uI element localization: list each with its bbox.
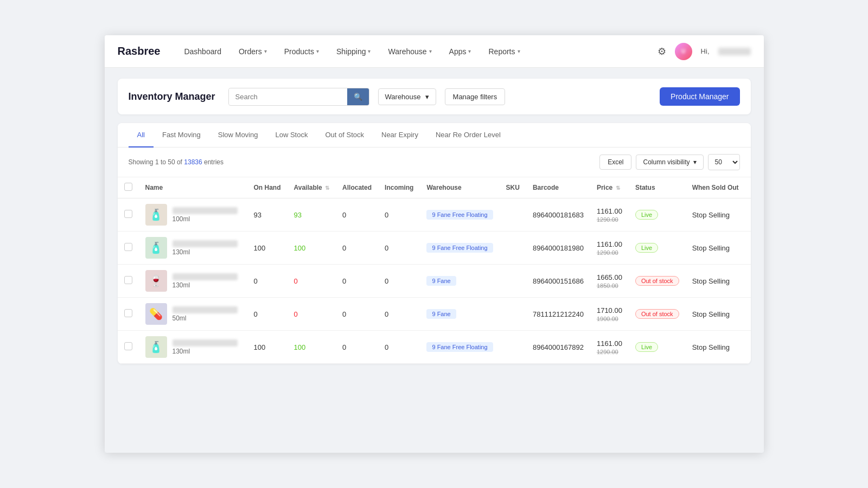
user-name — [718, 48, 751, 55]
nav-item-reports[interactable]: Reports ▾ — [482, 44, 526, 59]
table-controls: Showing 1 to 50 of 13836 entries Excel C… — [118, 147, 751, 177]
column-visibility-button[interactable]: Column visibility ▾ — [636, 155, 703, 170]
on-hand-cell: 0 — [247, 298, 288, 331]
page-title: Inventory Manager — [129, 91, 215, 102]
warehouse-dropdown[interactable]: Warehouse ▾ — [378, 88, 436, 105]
product-thumbnail: 🧴 — [145, 336, 167, 358]
table-body: 🧴 100ml 93 93 0 0 9 Fane Free Floating 8… — [118, 198, 751, 364]
nav-item-products[interactable]: Products ▾ — [278, 44, 326, 59]
row-checkbox[interactable] — [124, 243, 132, 251]
product-name-cell: 🍷 130ml — [139, 265, 247, 298]
excel-button[interactable]: Excel — [599, 155, 631, 170]
sort-icon: ⇅ — [325, 185, 329, 191]
nav-item-shipping[interactable]: Shipping ▾ — [330, 44, 378, 59]
row-checkbox[interactable] — [124, 276, 132, 284]
row-checkbox[interactable] — [124, 210, 132, 218]
available-cell: 93 — [288, 198, 336, 232]
when-sold-out-cell: Stop Selling — [686, 298, 745, 331]
select-all-checkbox[interactable] — [124, 183, 132, 191]
product-thumbnail: 💊 — [145, 303, 167, 325]
when-sold-out-cell: Stop Selling — [686, 198, 745, 232]
barcode-cell: 8964000181683 — [526, 198, 590, 232]
status-cell: Live — [629, 232, 686, 265]
nav-item-orders[interactable]: Orders ▾ — [232, 44, 273, 59]
price-original: 1850.00 — [597, 282, 622, 289]
nav-item-warehouse[interactable]: Warehouse ▾ — [381, 44, 438, 59]
price-info: 1665.00 1850.00 — [597, 273, 622, 289]
manage-filters-label: Manage filters — [453, 93, 497, 101]
status-cell: Out of stock — [629, 265, 686, 298]
vendor-cell: Plushr — [745, 265, 751, 298]
page-header: Inventory Manager 🔍 Warehouse ▾ Manage f… — [118, 79, 751, 114]
price-cell: 1161.00 1290.00 — [590, 198, 629, 232]
product-manager-button[interactable]: Product Manager — [660, 87, 739, 106]
incoming-cell: 0 — [378, 198, 420, 232]
tab-slow-moving[interactable]: Slow Moving — [209, 123, 267, 147]
tab-near-reorder[interactable]: Near Re Order Level — [427, 123, 509, 147]
allocated-cell: 0 — [336, 331, 378, 364]
chevron-down-icon: ▾ — [368, 48, 371, 54]
product-thumbnail: 🧴 — [145, 204, 167, 226]
tab-low-stock[interactable]: Low Stock — [266, 123, 316, 147]
th-incoming: Incoming — [378, 177, 420, 198]
tab-all[interactable]: All — [129, 123, 154, 147]
product-name-text: 130ml — [173, 273, 238, 289]
price-original: 1900.00 — [597, 316, 622, 322]
row-checkbox[interactable] — [124, 309, 132, 317]
nav-label-shipping: Shipping — [336, 47, 366, 56]
inventory-table: Name On Hand Available ⇅ Allocated — [118, 177, 751, 364]
nav-label-orders: Orders — [239, 47, 262, 56]
on-hand-cell: 93 — [247, 198, 288, 232]
price-original: 1290.00 — [597, 349, 622, 355]
allocated-cell: 0 — [336, 198, 378, 232]
warehouse-label: Warehouse — [385, 93, 421, 101]
chevron-down-icon: ▾ — [316, 48, 319, 54]
status-badge: Live — [635, 243, 658, 253]
gear-icon[interactable]: ⚙ — [658, 46, 666, 57]
row-checkbox[interactable] — [124, 342, 132, 350]
page-size-select[interactable]: 50 100 200 — [708, 154, 740, 170]
search-button[interactable]: 🔍 — [347, 88, 369, 105]
product-info: 💊 50ml — [145, 303, 241, 325]
warehouse-cell: 9 Fane Free Floating — [420, 232, 499, 265]
search-input[interactable] — [229, 89, 347, 105]
price-current: 1710.00 — [597, 306, 622, 314]
table-row: 🧴 130ml 100 100 0 0 9 Fane Free Floating… — [118, 232, 751, 265]
brand-logo[interactable]: Rasbree — [118, 45, 161, 57]
th-available[interactable]: Available ⇅ — [288, 177, 336, 198]
price-info: 1161.00 1290.00 — [597, 207, 622, 223]
manage-filters-button[interactable]: Manage filters — [445, 88, 506, 105]
product-name-blurred — [173, 273, 238, 280]
price-info: 1710.00 1900.00 — [597, 306, 622, 322]
product-name-text: 50ml — [173, 306, 238, 322]
tab-fast-moving[interactable]: Fast Moving — [154, 123, 209, 147]
nav-label-warehouse: Warehouse — [388, 47, 426, 56]
product-name-cell: 🧴 130ml — [139, 331, 247, 364]
allocated-cell: 0 — [336, 298, 378, 331]
allocated-cell: 0 — [336, 265, 378, 298]
status-cell: Out of stock — [629, 298, 686, 331]
nav-item-apps[interactable]: Apps ▾ — [443, 44, 478, 59]
available-cell: 100 — [288, 331, 336, 364]
tab-near-expiry[interactable]: Near Expiry — [373, 123, 427, 147]
tab-out-of-stock[interactable]: Out of Stock — [316, 123, 373, 147]
product-name-text: 130ml — [173, 339, 238, 355]
product-info: 🧴 130ml — [145, 336, 241, 358]
th-price[interactable]: Price ⇅ — [590, 177, 629, 198]
status-badge: Live — [635, 210, 658, 220]
nav-label-apps: Apps — [449, 47, 467, 56]
barcode-cell: 7811121212240 — [526, 298, 590, 331]
nav-item-dashboard[interactable]: Dashboard — [177, 44, 228, 59]
chevron-down-icon: ▾ — [693, 158, 697, 166]
when-sold-out-cell: Stop Selling — [686, 232, 745, 265]
th-name: Name — [139, 177, 247, 198]
row-checkbox-cell — [118, 232, 139, 265]
table-section: All Fast Moving Slow Moving Low Stock Ou… — [118, 123, 751, 364]
th-on-hand: On Hand — [247, 177, 288, 198]
warehouse-badge: 9 Fane — [426, 309, 456, 319]
price-cell: 1665.00 1850.00 — [590, 265, 629, 298]
sku-cell — [500, 265, 526, 298]
allocated-cell: 0 — [336, 232, 378, 265]
th-when-sold-out: When Sold Out — [686, 177, 745, 198]
product-name-cell: 💊 50ml — [139, 298, 247, 331]
